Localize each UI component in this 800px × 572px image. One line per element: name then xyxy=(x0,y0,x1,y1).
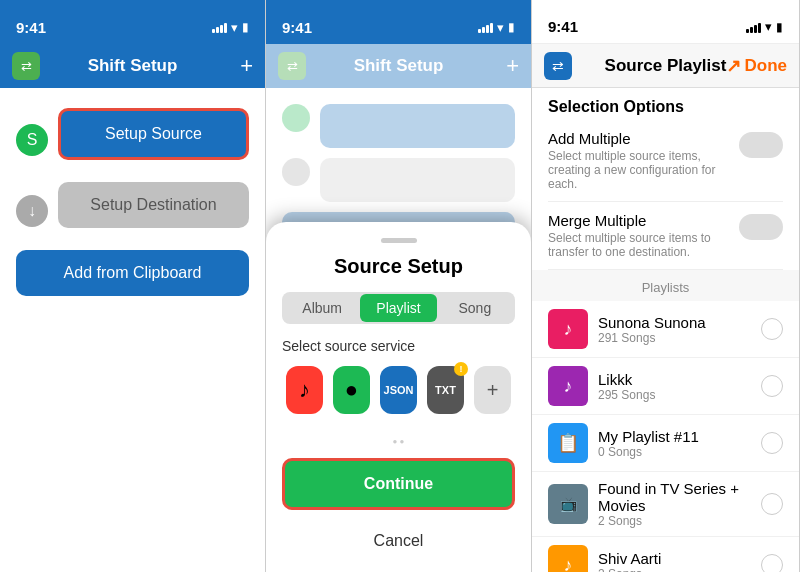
playlists-label: Playlists xyxy=(532,270,799,301)
radio-myplaylist11[interactable] xyxy=(761,432,783,454)
txt-badge: ! xyxy=(454,362,468,376)
status-icons-3: ▾ ▮ xyxy=(746,19,783,34)
phone-1: 9:41 ▾ ▮ ⇄ Shift Setup + S Setu xyxy=(0,0,266,572)
playlist-thumb-myplaylist11: 📋 xyxy=(548,423,588,463)
app-icon-3: ⇄ xyxy=(544,52,572,80)
json-icon[interactable]: JSON xyxy=(380,366,417,414)
add-multiple-title: Add Multiple xyxy=(548,130,729,147)
signal-icon-3 xyxy=(746,21,761,33)
merge-multiple-desc: Select multiple source items to transfer… xyxy=(548,231,729,259)
nav-bar-2: ⇄ Shift Setup + xyxy=(266,44,531,88)
status-icons-1: ▾ ▮ xyxy=(212,20,249,35)
playlist-count-sunona: 291 Songs xyxy=(598,331,761,345)
service-icons: ♪ ● JSON TXT ! + xyxy=(282,366,515,414)
add-multiple-desc: Select multiple source items, creating a… xyxy=(548,149,729,191)
status-icons-2: ▾ ▮ xyxy=(478,20,515,35)
time-1: 9:41 xyxy=(16,19,46,36)
setup-dest-row: ↓ Setup Destination xyxy=(16,182,249,240)
clipboard-btn-wrapper: Add from Clipboard xyxy=(16,250,249,296)
playlist-tv[interactable]: 📺 Found in TV Series + Movies 2 Songs xyxy=(532,472,799,537)
radio-sunona[interactable] xyxy=(761,318,783,340)
phone-2: 9:41 ▾ ▮ ⇄ Shift Setup + xyxy=(266,0,532,572)
select-service-label: Select source service xyxy=(282,338,515,354)
battery-icon-3: ▮ xyxy=(776,20,783,34)
playlist-likkk[interactable]: ♪ Likkk 295 Songs xyxy=(532,358,799,415)
nav-icon-2: ⇄ xyxy=(278,52,306,80)
playlist-thumb-sunona: ♪ xyxy=(548,309,588,349)
playlist-sunona[interactable]: ♪ Sunona Sunona 291 Songs xyxy=(532,301,799,358)
selection-options-title: Selection Options xyxy=(548,88,783,120)
nav-add-icon-2: + xyxy=(506,53,519,79)
continue-button[interactable]: Continue xyxy=(282,458,515,510)
playlist-name-likkk: Likkk xyxy=(598,371,761,388)
phone1-content: S Setup Source ↓ Setup Destination Add f… xyxy=(0,88,265,316)
playlist-name-tv: Found in TV Series + Movies xyxy=(598,480,761,514)
playlist-name-shiv: Shiv Aarti xyxy=(598,550,761,567)
setup-destination-button[interactable]: Setup Destination xyxy=(58,182,249,228)
nav-bar-1: ⇄ Shift Setup + xyxy=(0,44,265,88)
cancel-button[interactable]: Cancel xyxy=(282,522,515,560)
download-icon: ↓ xyxy=(16,195,48,227)
back-button[interactable]: ⇄ xyxy=(544,52,572,80)
tab-playlist[interactable]: Playlist xyxy=(360,294,436,322)
spotify-icon: S xyxy=(16,124,48,156)
merge-multiple-option: Merge Multiple Select multiple source it… xyxy=(548,202,783,270)
done-button[interactable]: ↗ Done xyxy=(726,55,788,77)
nav-add-icon[interactable]: + xyxy=(240,53,253,79)
apple-music-icon[interactable]: ♪ xyxy=(286,366,323,414)
playlist-count-shiv: 2 Songs xyxy=(598,567,761,573)
setup-source-button[interactable]: Setup Source xyxy=(58,108,249,160)
battery-icon: ▮ xyxy=(242,20,249,34)
status-bar-3: 9:41 ▾ ▮ xyxy=(532,0,799,44)
playlist-name-sunona: Sunona Sunona xyxy=(598,314,761,331)
nav-icon-1: ⇄ xyxy=(12,52,40,80)
txt-icon[interactable]: TXT ! xyxy=(427,366,464,414)
status-bar-1: 9:41 ▾ ▮ xyxy=(0,0,265,44)
playlist-name-myplaylist11: My Playlist #11 xyxy=(598,428,761,445)
playlist-shiv[interactable]: ♪ Shiv Aarti 2 Songs xyxy=(532,537,799,572)
source-tabs: Album Playlist Song xyxy=(282,292,515,324)
radio-shiv[interactable] xyxy=(761,554,783,572)
nav-bar-3: ⇄ Source Playlist ↗ Done xyxy=(532,44,799,88)
merge-multiple-toggle[interactable] xyxy=(739,214,783,240)
playlists-section: Playlists xyxy=(532,270,799,301)
nav-title-2: Shift Setup xyxy=(354,56,444,76)
wifi-icon: ▾ xyxy=(231,20,238,35)
selection-options: Selection Options Add Multiple Select mu… xyxy=(532,88,799,270)
playlist-thumb-likkk: ♪ xyxy=(548,366,588,406)
tab-song[interactable]: Song xyxy=(437,294,513,322)
phone-3: 9:41 ▾ ▮ ⇄ Source Playlist ↗ Done Select… xyxy=(532,0,800,572)
wifi-icon-3: ▾ xyxy=(765,19,772,34)
setup-source-row: S Setup Source xyxy=(16,108,249,172)
time-3: 9:41 xyxy=(548,18,578,35)
app-icon-1: ⇄ xyxy=(12,52,40,80)
dots-indicator: ● ● xyxy=(282,430,515,448)
radio-likkk[interactable] xyxy=(761,375,783,397)
wifi-icon-2: ▾ xyxy=(497,20,504,35)
playlist-count-myplaylist11: 0 Songs xyxy=(598,445,761,459)
time-2: 9:41 xyxy=(282,19,312,36)
playlist-thumb-tv: 📺 xyxy=(548,484,588,524)
playlist-myplaylist11[interactable]: 📋 My Playlist #11 0 Songs xyxy=(532,415,799,472)
playlists-list: ♪ Sunona Sunona 291 Songs ♪ Likkk 295 So… xyxy=(532,301,799,572)
other-icon[interactable]: + xyxy=(474,366,511,414)
merge-multiple-title: Merge Multiple xyxy=(548,212,729,229)
sheet-title: Source Setup xyxy=(282,255,515,278)
add-multiple-toggle[interactable] xyxy=(739,132,783,158)
playlist-thumb-shiv: ♪ xyxy=(548,545,588,572)
signal-icon xyxy=(212,21,227,33)
radio-tv[interactable] xyxy=(761,493,783,515)
playlist-count-likkk: 295 Songs xyxy=(598,388,761,402)
status-bar-2: 9:41 ▾ ▮ xyxy=(266,0,531,44)
add-multiple-option: Add Multiple Select multiple source item… xyxy=(548,120,783,202)
playlist-count-tv: 2 Songs xyxy=(598,514,761,528)
drag-handle[interactable] xyxy=(381,238,417,243)
add-from-clipboard-button[interactable]: Add from Clipboard xyxy=(16,250,249,296)
signal-icon-2 xyxy=(478,21,493,33)
battery-icon-2: ▮ xyxy=(508,20,515,34)
tab-album[interactable]: Album xyxy=(284,294,360,322)
source-setup-sheet: Source Setup Album Playlist Song Select … xyxy=(266,222,531,572)
spotify-icon-svc[interactable]: ● xyxy=(333,366,370,414)
nav-title-1: Shift Setup xyxy=(88,56,178,76)
nav-title-3: Source Playlist xyxy=(605,56,727,76)
